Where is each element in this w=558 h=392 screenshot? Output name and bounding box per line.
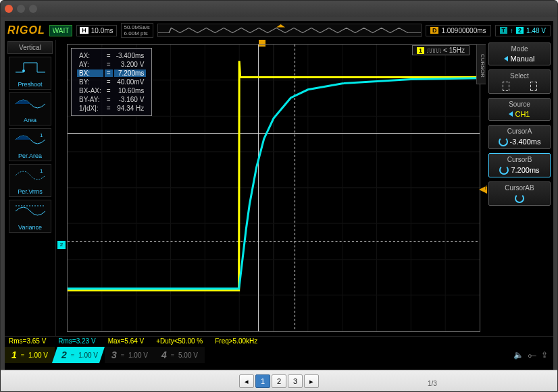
channel-scale: 1.00 V bbox=[78, 352, 98, 359]
svg-text:1: 1 bbox=[40, 132, 43, 138]
measurement-readout: +Duty<50.00 % bbox=[152, 337, 211, 347]
delay-box[interactable]: D 1.00900000ms bbox=[426, 25, 491, 36]
cursor-readout-row: BY-AY:=-3.160 V bbox=[77, 96, 146, 103]
cursor-b-pad-icon bbox=[530, 82, 537, 91]
channel-2-selector[interactable]: 2=1.00 V bbox=[52, 347, 105, 363]
trigger-ch: 2 bbox=[516, 27, 524, 34]
page-count: 1/3 bbox=[428, 380, 437, 387]
speaker-icon[interactable]: 🔈 bbox=[513, 350, 524, 360]
channel-bar: 1=1.00 V2=1.00 V3=1.00 V4=5.00 V🔈⟜⇪ bbox=[5, 347, 553, 363]
knob-icon bbox=[499, 137, 508, 146]
measure-button-variance[interactable]: Variance bbox=[9, 200, 51, 233]
sidebar-header: Vertical bbox=[7, 41, 53, 54]
cursor-readout-row: BX:=7.200ms bbox=[77, 69, 146, 77]
knob-icon bbox=[515, 194, 524, 203]
cursor-ab-button[interactable]: CursorAB bbox=[488, 181, 551, 206]
coupling-dc-icon: = bbox=[121, 352, 124, 358]
cursor-a-pad-icon bbox=[503, 82, 509, 91]
svg-text:1: 1 bbox=[40, 168, 43, 174]
pager-page-2[interactable]: 2 bbox=[272, 374, 286, 388]
measurement-readout: Max=5.64 V bbox=[104, 337, 153, 347]
horizontal-scale[interactable]: H 10.0ms bbox=[76, 25, 116, 36]
measure-button-pervrms[interactable]: 1Per.Vrms bbox=[9, 164, 51, 197]
coupling-dc-icon: = bbox=[71, 352, 74, 358]
ch2-ground-marker: 2 bbox=[57, 241, 66, 249]
top-bar: RIGOL WAIT H 10.0ms 50.0MSa/s 6.00M pts … bbox=[5, 21, 553, 40]
pager-page-1[interactable]: 1 bbox=[255, 374, 270, 388]
minimize-icon[interactable] bbox=[17, 5, 25, 13]
plot-area[interactable]: 2 bbox=[56, 40, 486, 336]
measure-sidebar: Vertical PreshootArea1Per.Area1Per.VrmsV… bbox=[5, 40, 56, 336]
cursor-a-button[interactable]: CursorA -3.400ms bbox=[488, 125, 551, 149]
measurement-readout: Freq>5.00kHz bbox=[211, 337, 265, 347]
measure-label: Area bbox=[11, 116, 49, 123]
cursor-readout-row: 1/|dX|:=94.34 Hz bbox=[77, 105, 146, 112]
usb-icon: ⟜ bbox=[528, 349, 537, 361]
measurement-bar: Rms=3.65 VRms=3.23 VMax=5.64 V+Duty<50.0… bbox=[5, 336, 553, 347]
measure-label: Variance bbox=[11, 223, 49, 231]
svg-point-1 bbox=[22, 69, 25, 72]
t-icon: T bbox=[500, 27, 508, 34]
measurement-readout: Rms=3.65 V bbox=[5, 337, 54, 347]
channel-number: 4 bbox=[161, 349, 167, 360]
pager-page-3[interactable]: 3 bbox=[288, 374, 303, 388]
coupling-dc-icon: = bbox=[21, 352, 24, 358]
hscale-value: 10.0ms bbox=[91, 27, 113, 34]
mode-button[interactable]: Mode Manual bbox=[488, 43, 551, 65]
freq-value: < 15Hz bbox=[443, 47, 465, 54]
chevron-left-icon bbox=[509, 111, 513, 117]
d-icon: D bbox=[430, 27, 439, 34]
select-button[interactable]: Select bbox=[488, 69, 551, 94]
measure-label: Preshoot bbox=[11, 80, 49, 88]
channel-number: 2 bbox=[61, 349, 67, 360]
pager-next-button[interactable]: ▸ bbox=[304, 374, 319, 388]
knob-icon bbox=[499, 165, 509, 175]
channel-number: 3 bbox=[111, 349, 117, 360]
cursor-readout-row: BY:=40.00mV bbox=[77, 78, 146, 86]
pager-prev-button[interactable]: ◂ bbox=[239, 374, 254, 388]
measure-button-area[interactable]: Area bbox=[9, 92, 51, 125]
freq-counter-badge: 1 ⎍⎍⎍⎍ < 15Hz bbox=[412, 45, 470, 55]
close-icon[interactable] bbox=[5, 5, 13, 13]
chevron-left-icon bbox=[504, 56, 508, 61]
channel-1-selector[interactable]: 1=1.00 V bbox=[5, 347, 55, 363]
channel-scale: 5.00 V bbox=[178, 352, 198, 359]
sample-info: 50.0MSa/s 6.00M pts bbox=[121, 23, 153, 38]
cursor-tab[interactable]: CURSOR bbox=[476, 44, 486, 84]
maximize-icon[interactable] bbox=[29, 5, 37, 13]
cursor-readout-row: BX-AX:=10.60ms bbox=[77, 87, 146, 94]
source-button[interactable]: Source CH1 bbox=[488, 98, 551, 121]
trigger-box[interactable]: T ↑ 2 1.48 V bbox=[495, 25, 551, 36]
freq-ch-icon: 1 bbox=[417, 47, 424, 54]
softkey-column: Mode Manual Select Source CH1 CursorA -3… bbox=[486, 40, 553, 336]
trigger-edge-icon: ↑ bbox=[510, 27, 513, 34]
svg-marker-0 bbox=[276, 24, 285, 28]
cursor-readout-box: AX:=-3.400msAY:=3.200 VBX:=7.200msBY:=40… bbox=[71, 48, 152, 116]
cursor-readout-row: AY:=3.200 V bbox=[77, 61, 146, 68]
coupling-dc-icon: = bbox=[171, 352, 174, 358]
share-icon[interactable]: ⇪ bbox=[541, 350, 548, 360]
trigger-level: 1.48 V bbox=[526, 27, 546, 34]
channel-scale: 1.00 V bbox=[28, 352, 48, 359]
measure-button-preshoot[interactable]: Preshoot bbox=[9, 57, 51, 90]
measure-label: Per.Area bbox=[11, 152, 49, 159]
channel-3-selector[interactable]: 3=1.00 V bbox=[105, 347, 155, 363]
pager: ◂ 123 ▸ bbox=[1, 370, 557, 391]
measurement-readout: Rms=3.23 V bbox=[54, 337, 103, 347]
brand-logo: RIGOL bbox=[7, 24, 45, 36]
measure-label: Per.Vrms bbox=[11, 188, 49, 195]
run-status-badge: WAIT bbox=[49, 25, 73, 36]
window-titlebar bbox=[1, 1, 557, 17]
h-icon: H bbox=[80, 27, 88, 34]
square-wave-icon: ⎍⎍⎍⎍ bbox=[427, 47, 440, 54]
memory-bar[interactable] bbox=[157, 24, 422, 37]
delay-value: 1.00900000ms bbox=[441, 27, 486, 34]
channel-number: 1 bbox=[11, 349, 17, 360]
cursor-readout-row: AX:=-3.400ms bbox=[77, 52, 146, 59]
measure-button-perarea[interactable]: 1Per.Area bbox=[9, 128, 51, 161]
channel-scale: 1.00 V bbox=[128, 352, 148, 359]
channel-4-selector[interactable]: 4=5.00 V bbox=[155, 347, 205, 363]
cursor-b-button[interactable]: CursorB 7.200ms bbox=[488, 153, 551, 177]
